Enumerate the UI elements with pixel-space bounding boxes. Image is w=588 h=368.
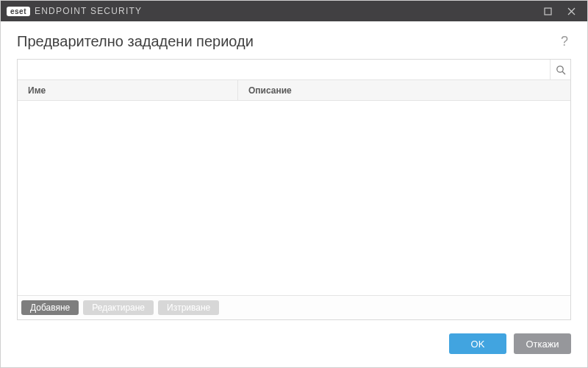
action-bar: Добавяне Редактиране Изтриване: [18, 295, 570, 319]
close-icon: [567, 7, 576, 15]
app-window: eset ENDPOINT SECURITY Предварително зад…: [0, 0, 588, 368]
dialog-footer: OK Откажи: [1, 320, 587, 367]
column-header-name[interactable]: Име: [18, 80, 238, 100]
add-button[interactable]: Добавяне: [21, 300, 79, 315]
close-button[interactable]: [559, 1, 583, 21]
brand-text: ENDPOINT SECURITY: [35, 6, 142, 16]
page-title: Предварително зададени периоди: [17, 33, 558, 50]
cancel-button[interactable]: Откажи: [514, 333, 571, 354]
table-body[interactable]: [18, 101, 570, 295]
ok-button[interactable]: OK: [449, 333, 506, 354]
maximize-button[interactable]: [536, 1, 559, 21]
search-input[interactable]: [18, 60, 550, 79]
page-header: Предварително зададени периоди ?: [1, 21, 587, 59]
svg-line-4: [562, 71, 565, 74]
delete-button: Изтриване: [158, 300, 219, 315]
search-row: [18, 60, 570, 80]
list-panel: Име Описание Добавяне Редактиране Изтрив…: [17, 59, 571, 320]
svg-rect-0: [545, 8, 551, 15]
maximize-icon: [544, 7, 552, 15]
titlebar: eset ENDPOINT SECURITY: [1, 1, 587, 21]
help-button[interactable]: ?: [558, 34, 571, 49]
brand-badge: eset: [7, 7, 30, 16]
table-header: Име Описание: [18, 80, 570, 101]
column-header-description[interactable]: Описание: [238, 80, 570, 100]
content-area: Име Описание Добавяне Редактиране Изтрив…: [1, 59, 587, 320]
search-icon: [556, 65, 566, 75]
edit-button: Редактиране: [83, 300, 154, 315]
search-button[interactable]: [550, 60, 570, 79]
svg-point-3: [556, 66, 562, 71]
